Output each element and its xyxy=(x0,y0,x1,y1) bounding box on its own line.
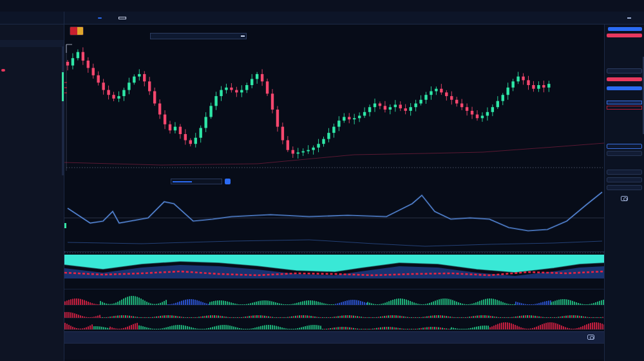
chart-panel xyxy=(64,24,604,361)
outline-button[interactable] xyxy=(607,144,642,149)
progress-row xyxy=(64,176,604,187)
topbar-row1 xyxy=(0,0,644,12)
option-button-3[interactable] xyxy=(607,185,642,190)
section-title xyxy=(0,79,64,88)
order-sidebar xyxy=(604,24,644,361)
instrument-logo xyxy=(70,26,84,35)
option-button-1[interactable] xyxy=(607,170,642,175)
quote-box[interactable] xyxy=(118,17,126,19)
closed-positions-button[interactable] xyxy=(1,69,5,72)
red-value xyxy=(607,106,642,110)
buy-button-top[interactable] xyxy=(608,27,642,31)
counter-row xyxy=(0,57,64,65)
snapshot-icon[interactable] xyxy=(621,196,628,201)
highlight-row xyxy=(0,93,64,101)
topbar-row2 xyxy=(0,12,644,24)
sell-button-top[interactable] xyxy=(607,34,642,37)
chart-header xyxy=(64,24,604,39)
ribbon-labels xyxy=(64,278,604,289)
option-button-2[interactable] xyxy=(607,177,642,182)
sidebar-scrollbar[interactable] xyxy=(62,46,64,175)
grid-icon[interactable] xyxy=(627,17,631,19)
selected-row[interactable] xyxy=(607,101,642,104)
left-sidebar xyxy=(0,24,64,361)
sidebar-toolbar xyxy=(0,24,64,34)
camera-icon[interactable] xyxy=(587,335,594,340)
timeline-bar[interactable] xyxy=(64,331,604,343)
sum-row xyxy=(0,40,64,47)
or-badge[interactable] xyxy=(98,17,102,19)
candlestick-chart[interactable] xyxy=(64,39,604,176)
trading-app xyxy=(0,0,644,361)
notification-banner xyxy=(150,33,247,39)
status-values-bar xyxy=(64,343,604,360)
close-icon[interactable] xyxy=(241,35,245,37)
progress-bar[interactable] xyxy=(171,179,222,184)
replay-icon[interactable] xyxy=(225,179,231,184)
buy-button-2[interactable] xyxy=(607,86,642,90)
ribbon-indicator[interactable] xyxy=(64,252,604,278)
histogram-panel[interactable] xyxy=(64,289,604,331)
closed-actions xyxy=(0,65,64,75)
sell-button-2[interactable] xyxy=(607,77,642,81)
jssta-button[interactable] xyxy=(607,151,642,156)
oscillator-panel[interactable] xyxy=(64,187,604,252)
dark-button[interactable] xyxy=(607,68,642,73)
watchlist-header xyxy=(0,12,64,24)
